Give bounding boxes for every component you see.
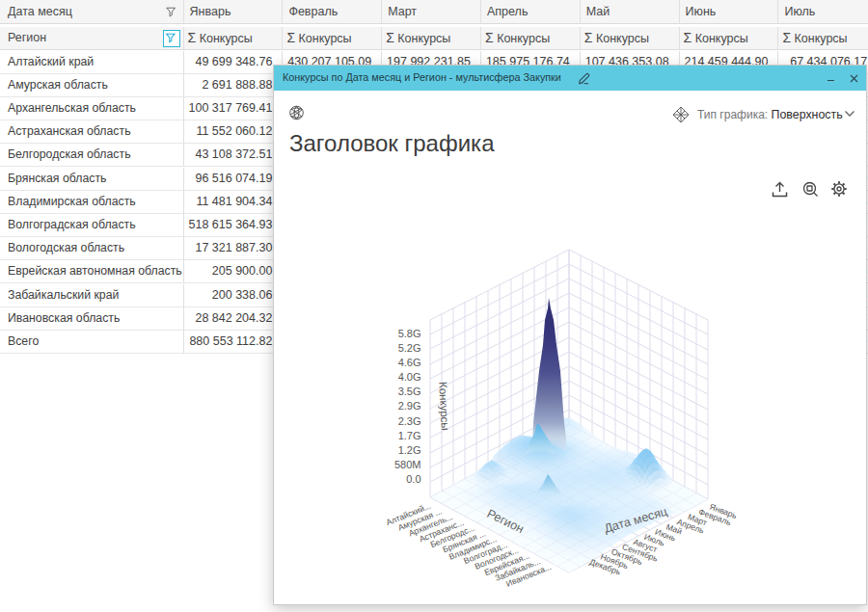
svg-text:2.3G: 2.3G [398, 414, 421, 426]
svg-text:4.6G: 4.6G [398, 356, 421, 367]
svg-text:5.8G: 5.8G [398, 327, 421, 338]
svg-text:0.0: 0.0 [406, 473, 420, 485]
svg-text:5.2G: 5.2G [398, 341, 421, 353]
svg-text:1.7G: 1.7G [398, 429, 421, 440]
svg-text:2.9G: 2.9G [398, 400, 421, 412]
svg-text:Конкурсы: Конкурсы [437, 381, 451, 430]
svg-text:4.0G: 4.0G [398, 371, 421, 383]
svg-text:3.5G: 3.5G [398, 386, 421, 397]
svg-text:1.2G: 1.2G [398, 443, 421, 455]
svg-text:580M: 580M [394, 459, 421, 470]
